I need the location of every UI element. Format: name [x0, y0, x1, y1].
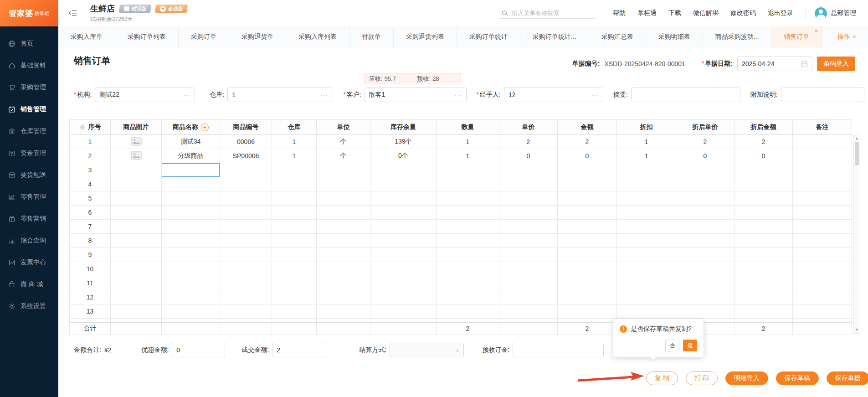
- tab-item[interactable]: 采购订单列表: [115, 26, 179, 47]
- grid-cell-disc_amount[interactable]: 2: [734, 135, 793, 149]
- org-value[interactable]: [99, 91, 181, 98]
- grid-cell-code[interactable]: [220, 206, 272, 220]
- grid-cell-price[interactable]: [499, 262, 558, 276]
- header-link-zhanggui-tong[interactable]: 掌柜通: [637, 9, 657, 17]
- grid-cell-code[interactable]: [220, 276, 272, 290]
- image-placeholder-icon[interactable]: [131, 151, 142, 160]
- brand-logo[interactable]: 管家婆 焕掌柜: [0, 0, 58, 26]
- grid-cell-qty[interactable]: [437, 276, 499, 290]
- grid-cell-code[interactable]: [220, 177, 272, 191]
- grid-cell-discount[interactable]: [617, 290, 676, 304]
- grid-cell-name[interactable]: 测试34: [162, 135, 220, 149]
- grid-cell-qty[interactable]: [437, 220, 499, 234]
- grid-cell-unit[interactable]: 个: [317, 135, 370, 149]
- grid-cell-price[interactable]: [499, 290, 558, 304]
- summary-input[interactable]: [631, 88, 740, 102]
- grid-cell-price[interactable]: [499, 177, 558, 191]
- popconfirm-no-button[interactable]: 否: [665, 340, 679, 351]
- grid-cell-price[interactable]: [499, 191, 558, 206]
- grid-cell-code[interactable]: [220, 248, 272, 262]
- user-menu[interactable]: 总部管理: [805, 7, 856, 20]
- tab-item[interactable]: 付款单: [349, 26, 394, 47]
- grid-cell-disc_price[interactable]: [676, 163, 734, 177]
- add-product-icon[interactable]: +: [201, 124, 209, 131]
- grid-cell-amount[interactable]: [558, 276, 617, 290]
- scrollbar-thumb[interactable]: [855, 142, 859, 165]
- scroll-up-icon[interactable]: ▲: [854, 136, 860, 141]
- grid-cell-code[interactable]: 00006: [220, 135, 272, 149]
- grid-cell-stock[interactable]: [370, 248, 437, 262]
- grid-cell-warehouse[interactable]: [272, 177, 317, 191]
- operation-menu[interactable]: 操作 ∨: [837, 33, 856, 41]
- grid-cell-stock[interactable]: [370, 262, 437, 276]
- deal-amount-input[interactable]: [272, 343, 326, 357]
- grid-cell-image[interactable]: [111, 248, 162, 262]
- grid-cell-discount[interactable]: [617, 206, 676, 220]
- popconfirm-yes-button[interactable]: 是: [683, 340, 697, 351]
- sidebar-item-query[interactable]: 综合查询: [0, 230, 58, 252]
- sidebar-item-retail-marketing[interactable]: 零售营销: [0, 208, 58, 230]
- grid-cell-seq[interactable]: 13: [70, 304, 111, 319]
- grid-cell-unit[interactable]: [317, 220, 370, 234]
- grid-cell-code[interactable]: [220, 163, 272, 177]
- grid-cell-code[interactable]: SP00006: [220, 149, 272, 163]
- sidebar-item-funds[interactable]: 资金管理: [0, 142, 58, 164]
- grid-cell-amount[interactable]: [558, 248, 617, 262]
- grid-cell-amount[interactable]: [558, 206, 617, 220]
- scroll-down-icon[interactable]: ▼: [854, 327, 860, 333]
- grid-cell-amount[interactable]: [558, 177, 617, 191]
- grid-cell-code[interactable]: [220, 234, 272, 248]
- grid-cell-discount[interactable]: [617, 220, 676, 234]
- tab-item[interactable]: 采购订单: [179, 26, 229, 47]
- grid-cell-seq[interactable]: 6: [70, 206, 111, 220]
- discount-amount-input[interactable]: [172, 343, 225, 357]
- product-name-input[interactable]: [162, 164, 219, 176]
- print-button[interactable]: 打 印: [686, 371, 718, 385]
- grid-cell-code[interactable]: [220, 304, 272, 319]
- grid-cell-remark[interactable]: [793, 234, 852, 248]
- grid-cell-stock[interactable]: [370, 220, 437, 234]
- grid-scrollbar[interactable]: ▲ ▼: [853, 135, 860, 334]
- header-link-change-password[interactable]: 修改密码: [730, 9, 756, 17]
- grid-cell-remark[interactable]: [793, 191, 852, 206]
- grid-cell-unit[interactable]: [317, 191, 370, 206]
- grid-cell-seq[interactable]: 11: [70, 276, 111, 290]
- sidebar-item-invoice[interactable]: 发票中心: [0, 252, 58, 273]
- grid-cell-price[interactable]: [499, 206, 558, 220]
- grid-cell-name[interactable]: [162, 248, 220, 262]
- grid-cell-amount[interactable]: [558, 304, 617, 319]
- grid-cell-image[interactable]: [111, 206, 162, 220]
- grid-cell-image[interactable]: [111, 276, 162, 290]
- grid-cell-name[interactable]: [162, 220, 220, 234]
- grid-cell-seq[interactable]: 12: [70, 290, 111, 304]
- calendar-icon[interactable]: [801, 61, 808, 67]
- tab-item[interactable]: 采购入库单: [58, 26, 115, 47]
- save-order-button[interactable]: 保存单据: [827, 371, 868, 385]
- grid-cell-disc_amount[interactable]: [734, 234, 793, 248]
- grid-cell-disc_amount[interactable]: [734, 163, 793, 177]
- deposit-value[interactable]: [517, 346, 599, 354]
- grid-cell-disc_price[interactable]: [676, 191, 734, 206]
- grid-cell-remark[interactable]: [793, 177, 852, 191]
- grid-cell-amount[interactable]: [558, 290, 617, 304]
- grid-cell-stock[interactable]: 0个: [370, 149, 437, 163]
- grid-cell-unit[interactable]: 个: [317, 149, 370, 163]
- grid-cell-stock[interactable]: 139个: [370, 135, 437, 149]
- grid-cell-unit[interactable]: [317, 163, 370, 177]
- grid-cell-price[interactable]: [499, 276, 558, 290]
- tab-item[interactable]: 采购入库列表: [286, 26, 349, 47]
- grid-cell-name[interactable]: [162, 234, 220, 248]
- grid-cell-warehouse[interactable]: [272, 262, 317, 276]
- grid-cell-stock[interactable]: [370, 304, 437, 319]
- header-link-logout[interactable]: 退出登录: [768, 9, 793, 17]
- customer-input[interactable]: ···: [365, 88, 467, 102]
- grid-cell-disc_price[interactable]: [676, 177, 734, 191]
- save-draft-button[interactable]: 保存草稿: [776, 371, 819, 385]
- grid-cell-image[interactable]: [111, 177, 162, 191]
- tab-item[interactable]: 采购汇总表: [589, 26, 646, 47]
- sidebar-item-retail[interactable]: 零售管理: [0, 186, 58, 208]
- grid-cell-image[interactable]: [111, 163, 162, 177]
- note-value[interactable]: [786, 91, 860, 98]
- grid-cell-disc_price[interactable]: [676, 304, 734, 319]
- grid-cell-disc_price[interactable]: 0: [676, 149, 734, 163]
